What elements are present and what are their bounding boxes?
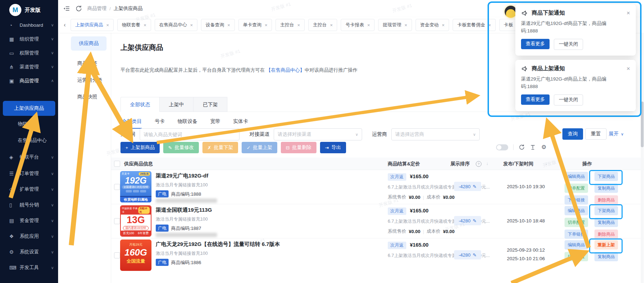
close-icon[interactable]: ×: [190, 22, 193, 28]
order-split-config-button[interactable]: 切单配置: [565, 252, 588, 261]
close-all-button[interactable]: 一键关闭: [554, 94, 583, 106]
density-icon[interactable]: [530, 144, 536, 150]
copy-product-button[interactable]: 复制商品: [594, 218, 618, 227]
breadcrumb-parent[interactable]: 商品管理: [87, 5, 107, 12]
close-icon[interactable]: ×: [442, 22, 445, 28]
close-all-button[interactable]: 一键关闭: [554, 39, 583, 50]
tab-onsale-center[interactable]: 在售商品中心 ×: [155, 19, 198, 31]
menu-fold-icon[interactable]: [63, 5, 70, 12]
sidebar-item-onsale-center[interactable]: 在售商品中心: [0, 132, 58, 149]
keyword-input[interactable]: [140, 128, 239, 140]
copy-product-button[interactable]: 复制商品: [594, 184, 618, 193]
close-icon[interactable]: ×: [265, 22, 268, 28]
table-refresh-icon[interactable]: [519, 144, 525, 150]
submenu-item-product-tag[interactable]: 商品标签: [58, 55, 111, 72]
edit-product-button[interactable]: 编辑商品: [565, 172, 588, 181]
re-shelf-button[interactable]: 重新上架: [594, 240, 618, 249]
category-tab-all[interactable]: 全部类目: [122, 118, 142, 129]
close-icon[interactable]: ×: [627, 65, 630, 72]
tab-publish-supply-product[interactable]: 上架供应商品 ×: [71, 19, 114, 31]
sidebar-item-product[interactable]: ▣ 商品管理 ∧: [0, 74, 58, 88]
question-circle-icon[interactable]: ?: [476, 161, 481, 167]
category-tab-broadband[interactable]: 宽带: [210, 118, 220, 129]
expand-toggle[interactable]: 展开 ∨: [609, 131, 624, 137]
view-more-button[interactable]: 查看更多: [521, 39, 550, 49]
search-button[interactable]: 查询: [562, 128, 583, 140]
tab-console-2[interactable]: 主控台 ×: [308, 19, 338, 31]
product-image[interactable]: 中国联通 手表卡 月租10元 13G 国内通话100分钟 首充100 6年资费: [120, 205, 151, 237]
sidebar-item-iot-package[interactable]: 物联套餐: [0, 116, 58, 132]
sidebar-item-channel[interactable]: ⋔ 渠道管理 ∨: [0, 60, 58, 74]
submenu-item-product-snapshot[interactable]: 商品快照: [58, 88, 111, 105]
sidebar-item-publish-supply-product[interactable]: 上架供应商品: [3, 101, 55, 116]
row-checkbox[interactable]: [114, 184, 120, 190]
refresh-icon[interactable]: [75, 5, 82, 12]
export-button[interactable]: ⇥ 导出: [320, 142, 346, 153]
submenu-item-supply-product[interactable]: 供应商品: [71, 36, 107, 51]
tab-withdraw[interactable]: 提现管理 ×: [378, 19, 412, 31]
product-image[interactable]: 天龙卡 29元/月 192G 全国通话0.15元/分钟 收货地即归属地: [120, 171, 151, 202]
sidebar-item-split-order[interactable]: ◇ 扩单管理 ∨: [0, 181, 58, 197]
edit-product-button[interactable]: 编辑商品: [565, 206, 588, 215]
view-toggle[interactable]: [496, 144, 508, 150]
category-tab-iot-device[interactable]: 物联设备: [177, 118, 197, 129]
row-checkbox[interactable]: [114, 218, 120, 224]
order-split-config-button[interactable]: 切单配置: [565, 218, 588, 227]
row-checkbox[interactable]: [114, 252, 120, 258]
sidebar-item-system-settings[interactable]: ⚙ 系统设置 ∨: [0, 244, 58, 260]
sort-down-icon[interactable]: ↓: [545, 161, 547, 166]
reset-button[interactable]: 重置: [585, 128, 607, 140]
category-tab-number-card[interactable]: 号卡: [155, 118, 165, 129]
sort-order-editor[interactable]: -4280 ✎: [454, 182, 481, 191]
column-settings-gear-icon[interactable]: ⚙: [541, 144, 547, 150]
close-icon[interactable]: ×: [405, 22, 407, 28]
batch-edit-button[interactable]: ✎ 批量修改: [163, 142, 199, 153]
batch-on-shelf-button[interactable]: ✓ 批量上架: [242, 142, 277, 153]
sidebar-item-iot-platform[interactable]: ◈ 物联平台 ∨: [0, 149, 58, 166]
chevron-left-icon[interactable]: ‹: [62, 22, 67, 28]
batch-off-shelf-button[interactable]: ✗ 批量下架: [202, 142, 238, 153]
tab-console-1[interactable]: 主控台 ×: [275, 19, 305, 31]
add-product-button[interactable]: + 上架新商品: [120, 142, 160, 153]
close-icon[interactable]: ×: [627, 10, 630, 17]
status-tab-all[interactable]: 全部状态: [120, 97, 160, 112]
order-link-button[interactable]: 下单链接: [565, 195, 588, 205]
sidebar-item-funds[interactable]: ▤ 资金管理 ∨: [0, 213, 58, 228]
product-image[interactable]: 月租29元 160G 全国流量: [120, 240, 151, 271]
operator-select[interactable]: 请选择运营商 ∨: [391, 128, 480, 140]
category-tab-physical-card[interactable]: 实体卡: [233, 118, 248, 129]
delete-product-button[interactable]: 删除商品: [594, 195, 618, 205]
user-avatar[interactable]: [505, 6, 517, 18]
close-icon[interactable]: ×: [227, 22, 230, 28]
sidebar-item-permission[interactable]: ▭ 权限管理 ∨: [0, 46, 58, 60]
sidebar-item-org[interactable]: ▦ 组织管理 ∨: [0, 32, 58, 46]
channel-select[interactable]: 请选择对接渠道 ∨: [274, 128, 362, 140]
submenu-item-operator-category[interactable]: 运营商分类: [58, 72, 111, 88]
delete-product-button[interactable]: 删除商品: [594, 230, 618, 239]
sidebar-item-system-apps[interactable]: ❖ 系统应用 ∨: [0, 228, 58, 244]
sort-order-editor[interactable]: -4280 ✎: [454, 216, 481, 225]
order-link-button[interactable]: 下单链接: [565, 230, 588, 239]
status-tab-off-shelf[interactable]: 已下架: [194, 97, 227, 112]
status-tab-on-shelf[interactable]: 上架中: [160, 97, 194, 112]
close-icon[interactable]: ×: [488, 22, 491, 28]
copy-product-button[interactable]: 复制商品: [594, 252, 618, 261]
sidebar-item-dashboard[interactable]: ◔ Dashboard ∨: [0, 18, 58, 32]
close-icon[interactable]: ×: [297, 22, 300, 28]
tab-fund-change[interactable]: 资金变动 ×: [416, 19, 449, 31]
tab-number-card-report[interactable]: 号卡报表 ×: [341, 19, 375, 31]
sidebar-item-dev-tools[interactable]: ⌨ 开发工具 ∨: [0, 260, 58, 276]
sort-down-icon[interactable]: ↓: [486, 161, 488, 166]
close-icon[interactable]: ×: [330, 22, 333, 28]
select-all-checkbox[interactable]: [114, 161, 120, 167]
batch-delete-button[interactable]: ⊟ 批量删除: [281, 142, 316, 153]
onsale-center-link[interactable]: 【在售商品中心】: [266, 67, 305, 73]
off-shelf-button[interactable]: 下架商品: [594, 206, 618, 215]
sidebar-item-order[interactable]: ☰ 订单管理 ∨: [0, 166, 58, 181]
close-icon[interactable]: ×: [106, 22, 109, 28]
sidebar-item-number-distribution[interactable]: ▯ 靓号分销 ∨: [0, 197, 58, 213]
view-more-button[interactable]: 查看更多: [521, 94, 550, 105]
scrollbar-thumb[interactable]: [641, 102, 644, 147]
close-icon[interactable]: ×: [367, 22, 370, 28]
sort-order-editor[interactable]: -4280 ✎: [454, 250, 481, 259]
